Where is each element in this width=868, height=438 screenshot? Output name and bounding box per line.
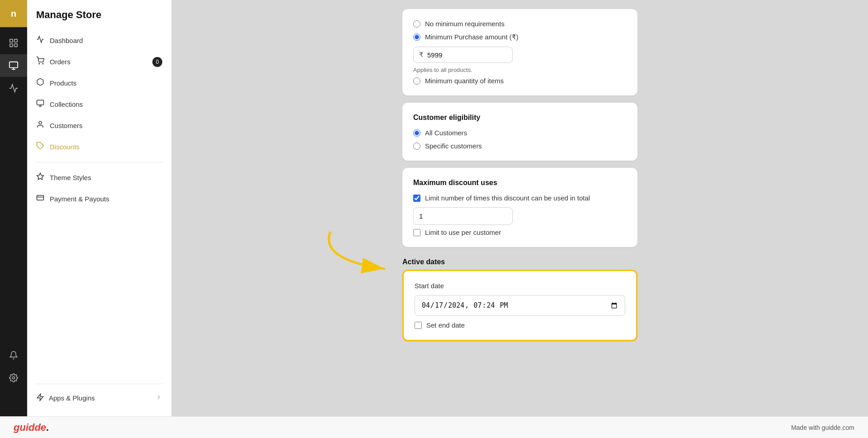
apps-chevron-icon	[155, 394, 162, 402]
sidebar-item-discounts[interactable]: Discounts	[27, 136, 171, 157]
bottom-bar: guidde. Made with guidde.com	[0, 416, 868, 438]
amount-input[interactable]	[427, 51, 507, 59]
svg-rect-0	[10, 39, 13, 42]
content-area: No minimum requirements Minimum Purchase…	[402, 0, 637, 367]
svg-point-5	[13, 377, 15, 379]
no-min-radio[interactable]	[413, 20, 420, 28]
guidde-logo: guidde.	[14, 422, 49, 433]
svg-rect-3	[14, 44, 17, 47]
set-end-date-checkbox[interactable]	[415, 322, 422, 329]
max-discount-uses-title: Maximum discount uses	[413, 179, 627, 187]
rail-bell[interactable]	[0, 344, 27, 367]
made-with-text: Made with guidde.com	[791, 424, 854, 431]
sidebar: Manage Store Dashboard Orders 0 Produc	[27, 0, 172, 416]
all-customers-radio-item[interactable]: All Customers	[413, 129, 627, 137]
svg-rect-1	[14, 39, 17, 42]
active-dates-section-header: Active dates	[402, 254, 637, 268]
sidebar-title: Manage Store	[27, 9, 171, 30]
products-icon	[36, 78, 44, 88]
orders-icon	[36, 57, 44, 67]
start-date-input[interactable]	[415, 295, 625, 316]
bell-icon	[9, 351, 18, 360]
customers-icon	[36, 120, 44, 131]
sidebar-nav: Dashboard Orders 0 Products Collecti	[27, 30, 171, 379]
sidebar-item-orders[interactable]: Orders 0	[27, 51, 171, 72]
min-requirements-options: No minimum requirements Minimum Purchase…	[413, 20, 627, 41]
sidebar-item-payment[interactable]: Payment & Payouts	[27, 188, 171, 209]
max-discount-uses-card: Maximum discount uses Limit number of ti…	[402, 168, 637, 247]
arrow-annotation	[312, 224, 411, 278]
grid-icon	[9, 61, 19, 71]
min-qty-radio[interactable]	[413, 77, 420, 85]
currency-prefix: ₹	[419, 51, 424, 59]
no-min-radio-item[interactable]: No minimum requirements	[413, 20, 627, 28]
limit-per-customer-checkbox[interactable]	[413, 229, 420, 236]
svg-rect-11	[37, 195, 44, 200]
svg-point-7	[42, 63, 43, 64]
all-customers-radio[interactable]	[413, 129, 420, 137]
dashboard-icon	[36, 35, 44, 46]
store-icon	[9, 38, 19, 48]
limit-per-customer-checkbox-item[interactable]: Limit to use per customer	[413, 229, 627, 236]
min-purchase-radio-item[interactable]: Minimum Purchase amount (₹)	[413, 33, 627, 41]
svg-point-6	[39, 63, 40, 64]
orders-badge: 0	[152, 57, 162, 67]
customer-eligibility-title: Customer eligibility	[413, 114, 627, 122]
start-date-label: Start date	[415, 282, 625, 290]
limit-total-checkbox[interactable]	[413, 195, 420, 202]
sidebar-divider-2	[36, 384, 162, 384]
customer-eligibility-card: Customer eligibility All Customers Speci…	[402, 103, 637, 161]
app-logo[interactable]: n	[0, 0, 27, 27]
payment-icon	[36, 194, 44, 204]
icon-rail: n	[0, 0, 27, 416]
amount-input-wrapper: ₹	[413, 47, 513, 63]
minimum-requirements-card: No minimum requirements Minimum Purchase…	[402, 9, 637, 95]
rail-settings[interactable]	[0, 367, 27, 389]
arrow-svg	[312, 224, 411, 278]
rail-item-store[interactable]	[0, 32, 27, 54]
apps-icon	[36, 393, 44, 403]
svg-marker-13	[37, 394, 43, 401]
sidebar-divider	[36, 162, 162, 162]
specific-customers-radio-item[interactable]: Specific customers	[413, 142, 627, 150]
max-uses-options: Limit number of times this discount can …	[413, 194, 627, 202]
min-qty-radio-item[interactable]: Minimum quantity of items	[413, 77, 627, 85]
main-content: No minimum requirements Minimum Purchase…	[172, 0, 868, 416]
svg-rect-4	[9, 62, 18, 68]
analytics-icon	[9, 83, 19, 93]
rail-item-analytics[interactable]	[0, 77, 27, 100]
set-end-date-checkbox-item[interactable]: Set end date	[415, 321, 625, 329]
svg-point-9	[39, 121, 42, 124]
applies-text: Applies to all products.	[413, 67, 627, 73]
sidebar-item-apps[interactable]: Apps & Plugins	[27, 389, 171, 407]
min-purchase-radio[interactable]	[413, 33, 420, 41]
active-dates-wrapper: Active dates Start date Set end date	[402, 254, 637, 341]
specific-customers-radio[interactable]	[413, 143, 420, 150]
sidebar-item-customers[interactable]: Customers	[27, 115, 171, 136]
sidebar-item-dashboard[interactable]: Dashboard	[27, 30, 171, 51]
guidde-logo-dot: .	[46, 422, 49, 433]
limit-total-checkbox-item[interactable]: Limit number of times this discount can …	[413, 194, 627, 202]
rail-bottom	[0, 344, 27, 389]
theme-icon	[36, 172, 44, 183]
sidebar-item-theme-styles[interactable]: Theme Styles	[27, 167, 171, 188]
rail-item-active[interactable]	[0, 54, 27, 77]
active-dates-card: Start date Set end date	[402, 270, 637, 341]
sidebar-item-collections[interactable]: Collections	[27, 94, 171, 115]
collections-icon	[36, 99, 44, 110]
svg-rect-2	[10, 44, 13, 47]
sidebar-item-products[interactable]: Products	[27, 72, 171, 94]
svg-rect-8	[37, 100, 44, 105]
customer-eligibility-options: All Customers Specific customers	[413, 129, 627, 150]
discounts-icon	[36, 142, 44, 152]
limit-total-input[interactable]	[413, 207, 513, 225]
settings-icon	[9, 373, 18, 382]
guidde-logo-text: guidde	[14, 422, 46, 433]
